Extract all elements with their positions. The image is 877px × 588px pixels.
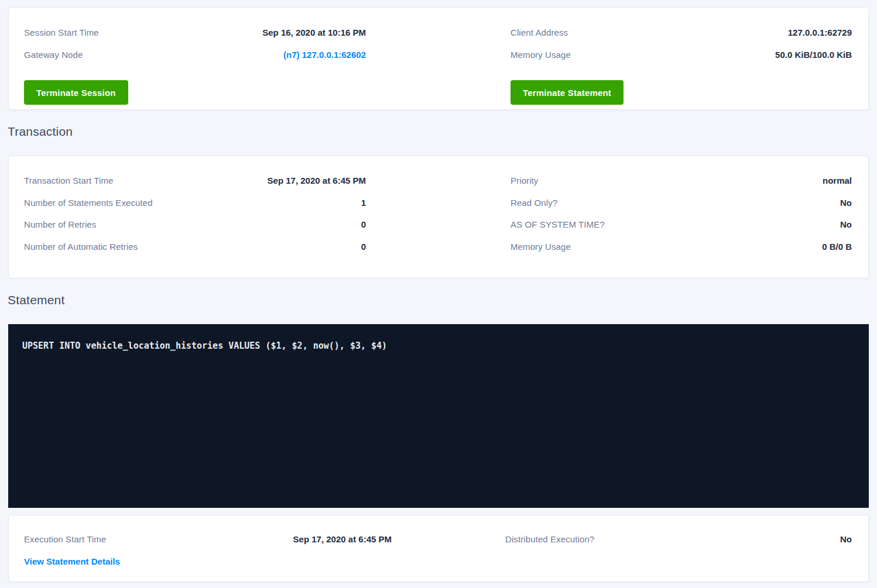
transaction-memory-usage-row: Memory Usage 0 B/0 B (511, 242, 852, 252)
read-only-row: Read Only? No (511, 198, 852, 208)
gateway-node-link[interactable]: (n7) 127.0.0.1:62602 (283, 50, 366, 60)
priority-row: Priority normal (511, 176, 852, 186)
sql-statement-text: UPSERT INTO vehicle_location_histories V… (22, 341, 855, 352)
as-of-system-time-value: No (840, 219, 852, 230)
retries-value: 0 (361, 219, 366, 230)
session-summary-card: Session Start Time Sep 16, 2020 at 10:16… (8, 7, 869, 110)
session-start-time-row: Session Start Time Sep 16, 2020 at 10:16… (24, 27, 366, 38)
execution-start-time-label: Execution Start Time (24, 534, 106, 545)
automatic-retries-label: Number of Automatic Retries (24, 242, 138, 252)
transaction-heading: Transaction (8, 125, 877, 139)
transaction-left-column: Transaction Start Time Sep 17, 2020 at 6… (24, 176, 366, 278)
execution-start-time-row: Execution Start Time Sep 17, 2020 at 6:4… (24, 534, 392, 545)
sql-statement-box: UPSERT INTO vehicle_location_histories V… (8, 324, 869, 508)
terminate-statement-button[interactable]: Terminate Statement (511, 80, 624, 105)
session-memory-usage-label: Memory Usage (511, 50, 571, 60)
distributed-execution-row: Distributed Execution? No (505, 534, 852, 545)
transaction-start-time-label: Transaction Start Time (24, 176, 114, 186)
gateway-node-label: Gateway Node (24, 50, 83, 60)
distributed-execution-label: Distributed Execution? (505, 534, 594, 545)
terminate-session-button[interactable]: Terminate Session (24, 80, 128, 105)
transaction-start-time-row: Transaction Start Time Sep 17, 2020 at 6… (24, 176, 366, 186)
read-only-value: No (840, 198, 852, 208)
session-summary-left-column: Session Start Time Sep 16, 2020 at 10:16… (24, 27, 366, 109)
session-memory-usage-row: Memory Usage 50.0 KiB/100.0 KiB (511, 50, 852, 60)
automatic-retries-value: 0 (361, 242, 366, 252)
read-only-label: Read Only? (511, 198, 557, 208)
transaction-right-column: Priority normal Read Only? No AS OF SYST… (511, 176, 852, 278)
session-memory-usage-value: 50.0 KiB/100.0 KiB (775, 50, 852, 60)
retries-label: Number of Retries (24, 219, 96, 230)
retries-row: Number of Retries 0 (24, 219, 366, 230)
session-start-time-value: Sep 16, 2020 at 10:16 PM (262, 27, 366, 38)
statements-executed-row: Number of Statements Executed 1 (24, 198, 366, 208)
as-of-system-time-row: AS OF SYSTEM TIME? No (511, 219, 852, 230)
transaction-start-time-value: Sep 17, 2020 at 6:45 PM (268, 176, 366, 186)
execution-left-column: Execution Start Time Sep 17, 2020 at 6:4… (24, 534, 392, 582)
gateway-node-row: Gateway Node (n7) 127.0.0.1:62602 (24, 50, 366, 60)
transaction-memory-usage-value: 0 B/0 B (822, 242, 852, 252)
session-start-time-label: Session Start Time (24, 27, 99, 38)
statements-executed-label: Number of Statements Executed (24, 198, 153, 208)
transaction-memory-usage-label: Memory Usage (511, 242, 571, 252)
transaction-summary-card: Transaction Start Time Sep 17, 2020 at 6… (8, 156, 869, 278)
automatic-retries-row: Number of Automatic Retries 0 (24, 242, 366, 252)
execution-right-column: Distributed Execution? No (505, 534, 852, 582)
view-statement-details-row: View Statement Details (24, 556, 392, 567)
priority-label: Priority (511, 176, 538, 186)
priority-value: normal (823, 176, 852, 186)
view-statement-details-link[interactable]: View Statement Details (24, 556, 120, 566)
distributed-execution-value: No (840, 534, 852, 545)
as-of-system-time-label: AS OF SYSTEM TIME? (511, 219, 605, 230)
statements-executed-value: 1 (361, 198, 366, 208)
client-address-label: Client Address (511, 27, 568, 38)
client-address-row: Client Address 127.0.0.1:62729 (511, 27, 852, 38)
statement-heading: Statement (8, 293, 877, 307)
session-details-page: Session Start Time Sep 16, 2020 at 10:16… (0, 0, 877, 582)
client-address-value: 127.0.0.1:62729 (788, 27, 852, 38)
session-summary-right-column: Client Address 127.0.0.1:62729 Memory Us… (511, 27, 852, 109)
execution-summary-card: Execution Start Time Sep 17, 2020 at 6:4… (8, 515, 869, 582)
execution-start-time-value: Sep 17, 2020 at 6:45 PM (293, 534, 392, 545)
